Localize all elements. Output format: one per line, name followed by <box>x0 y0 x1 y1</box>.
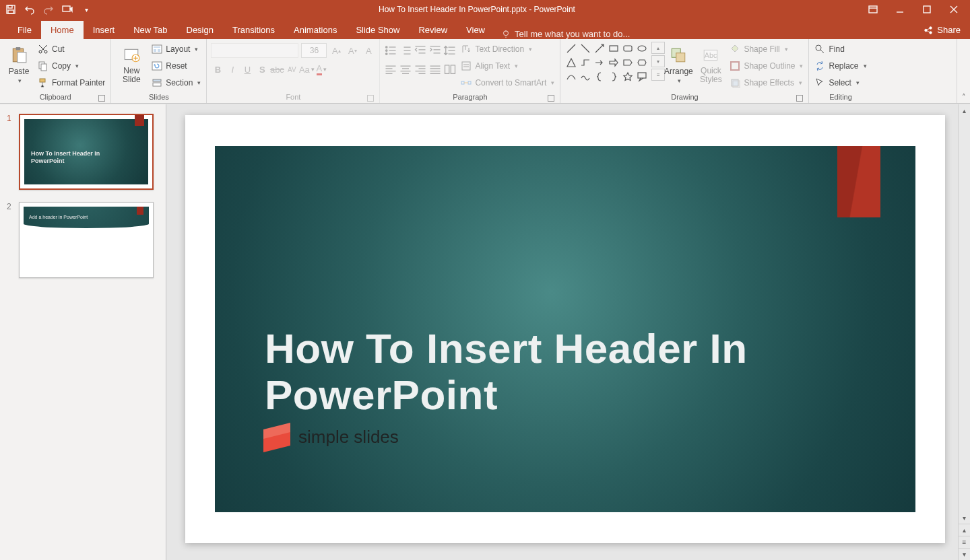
justify-icon[interactable] <box>428 62 442 77</box>
tell-me-search[interactable]: Tell me what you want to do... <box>494 29 637 39</box>
layout-button[interactable]: Layout▾ <box>150 42 202 57</box>
quick-styles-button[interactable]: Abc Quick Styles <box>696 40 725 89</box>
align-text-button[interactable]: Align Text▾ <box>459 59 556 73</box>
shape-line2-icon[interactable] <box>579 42 592 55</box>
shape-brace-left-icon[interactable] <box>593 70 606 83</box>
slide-menu-icon[interactable]: ≡ <box>959 536 970 548</box>
shape-arrow2-icon[interactable] <box>593 56 606 69</box>
tab-view[interactable]: View <box>457 21 494 39</box>
change-case-button[interactable]: Aa▾ <box>300 62 313 77</box>
line-spacing-icon[interactable] <box>443 43 457 58</box>
slide-title-text[interactable]: How To Insert Header In PowerPoint <box>265 325 794 419</box>
increase-indent-icon[interactable] <box>428 43 442 58</box>
shape-rect-icon[interactable] <box>607 42 620 55</box>
shape-roundrect-icon[interactable] <box>621 42 635 55</box>
align-right-icon[interactable] <box>414 62 427 77</box>
shape-outline-button[interactable]: Shape Outline▾ <box>728 59 804 73</box>
start-from-beginning-icon[interactable] <box>62 4 73 15</box>
align-left-icon[interactable] <box>384 62 397 77</box>
dialog-launcher-icon[interactable] <box>796 95 803 102</box>
bullets-icon[interactable] <box>384 43 397 58</box>
decrease-indent-icon[interactable] <box>414 43 427 58</box>
convert-smartart-button[interactable]: Convert to SmartArt▾ <box>459 75 556 90</box>
close-icon[interactable] <box>948 4 959 15</box>
customize-qat-icon[interactable]: ▾ <box>81 4 92 15</box>
collapse-ribbon-icon[interactable]: ˄ <box>962 93 966 102</box>
clear-formatting-icon[interactable]: A <box>362 43 375 58</box>
save-icon[interactable] <box>5 4 16 15</box>
gallery-more-icon[interactable]: ≡ <box>651 69 665 81</box>
character-spacing-icon[interactable]: AV <box>285 62 298 77</box>
underline-button[interactable]: U <box>240 62 254 77</box>
font-size-dropdown[interactable]: 36 <box>301 43 327 58</box>
tab-home[interactable]: Home <box>41 21 84 39</box>
text-direction-button[interactable]: Text Direction▾ <box>459 42 556 57</box>
paste-button[interactable]: Paste▾ <box>4 40 34 89</box>
select-button[interactable]: Select▾ <box>813 75 868 90</box>
copy-button[interactable]: Copy▾ <box>36 59 106 73</box>
numbering-icon[interactable] <box>399 43 412 58</box>
shape-hexagon-icon[interactable] <box>635 56 649 69</box>
maximize-icon[interactable] <box>922 4 932 15</box>
bold-button[interactable]: B <box>211 62 224 77</box>
shape-callout-icon[interactable] <box>635 70 649 83</box>
prev-slide-icon[interactable]: ▴ <box>959 524 970 536</box>
italic-button[interactable]: I <box>226 62 239 77</box>
decrease-font-icon[interactable]: A▾ <box>346 43 359 58</box>
tab-slide-show[interactable]: Slide Show <box>346 21 409 39</box>
find-button[interactable]: Find <box>813 42 868 57</box>
format-painter-button[interactable]: Format Painter <box>36 75 106 90</box>
new-slide-button[interactable]: New Slide <box>115 40 148 89</box>
replace-button[interactable]: Replace▾ <box>813 59 868 73</box>
tab-review[interactable]: Review <box>409 21 457 39</box>
tab-design[interactable]: Design <box>177 21 223 39</box>
next-slide-icon[interactable]: ▾ <box>959 548 970 560</box>
minimize-icon[interactable] <box>895 4 905 15</box>
font-family-dropdown[interactable] <box>211 43 298 58</box>
reset-button[interactable]: Reset <box>150 59 202 73</box>
font-color-button[interactable]: A▾ <box>315 62 328 77</box>
tab-file[interactable]: File <box>8 21 41 39</box>
ribbon-display-options-icon[interactable] <box>868 4 878 15</box>
increase-font-icon[interactable]: A▴ <box>329 43 343 58</box>
shape-oval-icon[interactable] <box>635 42 649 55</box>
columns-icon[interactable] <box>443 62 457 77</box>
tab-new-tab[interactable]: New Tab <box>124 21 176 39</box>
shape-connector-icon[interactable] <box>579 56 592 69</box>
shape-fill-button[interactable]: Shape Fill▾ <box>728 42 804 57</box>
shape-curve-icon[interactable] <box>564 70 578 83</box>
gallery-up-icon[interactable]: ▴ <box>651 42 665 54</box>
shape-freeform-icon[interactable] <box>579 70 592 83</box>
shapes-gallery[interactable] <box>564 40 649 83</box>
shape-block-arrow-icon[interactable] <box>607 56 620 69</box>
tab-insert[interactable]: Insert <box>84 21 125 39</box>
dialog-launcher-icon[interactable] <box>98 95 105 102</box>
dialog-launcher-icon[interactable] <box>548 95 554 102</box>
arrange-button[interactable]: Arrange▾ <box>664 40 693 89</box>
slide-page[interactable]: How To Insert Header In PowerPoint simpl… <box>185 115 945 543</box>
gallery-down-icon[interactable]: ▾ <box>651 55 665 67</box>
scroll-up-icon[interactable]: ▴ <box>959 104 970 116</box>
share-button[interactable]: Share <box>914 21 970 39</box>
scroll-down-icon[interactable]: ▾ <box>959 512 970 524</box>
shape-brace-right-icon[interactable] <box>607 70 620 83</box>
shape-star-icon[interactable] <box>621 70 635 83</box>
shape-pentagon-icon[interactable] <box>621 56 635 69</box>
strikethrough-button[interactable]: abc <box>270 62 284 77</box>
thumbnail-slide-2[interactable]: 2 Add a header in PowerPoint <box>7 202 159 278</box>
align-center-icon[interactable] <box>399 62 412 77</box>
shadow-button[interactable]: S <box>255 62 269 77</box>
thumbnail-slide-1[interactable]: 1 How To Insert Header In PowerPoint <box>7 114 159 190</box>
vertical-scrollbar[interactable]: ▴ ▾ ▴ ≡ ▾ <box>958 104 970 560</box>
redo-icon[interactable] <box>43 4 54 15</box>
shape-triangle-icon[interactable] <box>564 56 578 69</box>
shape-line-icon[interactable] <box>564 42 578 55</box>
shape-effects-button[interactable]: Shape Effects▾ <box>728 75 804 90</box>
tab-animations[interactable]: Animations <box>284 21 346 39</box>
section-button[interactable]: Section▾ <box>150 75 202 90</box>
shape-arrow-icon[interactable] <box>593 42 606 55</box>
undo-icon[interactable] <box>24 4 35 15</box>
dialog-launcher-icon[interactable] <box>367 95 374 102</box>
tab-transitions[interactable]: Transitions <box>223 21 284 39</box>
cut-button[interactable]: Cut <box>36 42 106 57</box>
